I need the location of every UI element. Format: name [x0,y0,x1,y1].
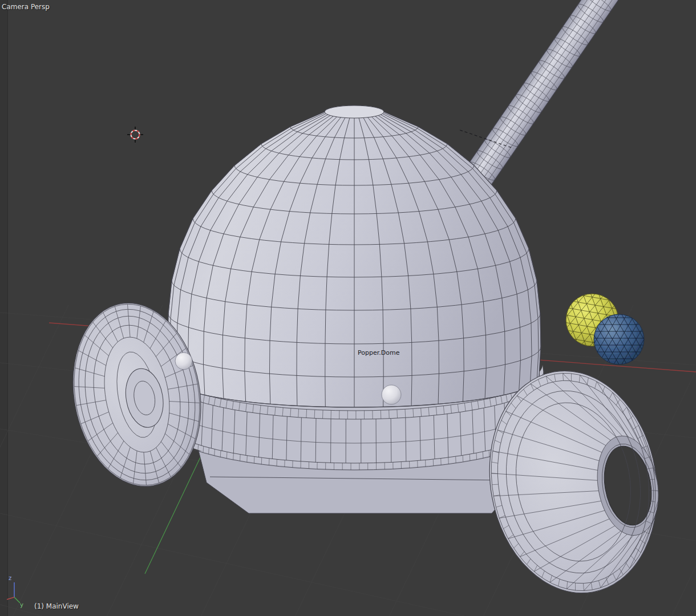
viewport-canvas[interactable] [0,0,696,616]
blender-3d-viewport[interactable]: Camera Persp Popper.Dome (1) MainView z … [0,0,696,616]
